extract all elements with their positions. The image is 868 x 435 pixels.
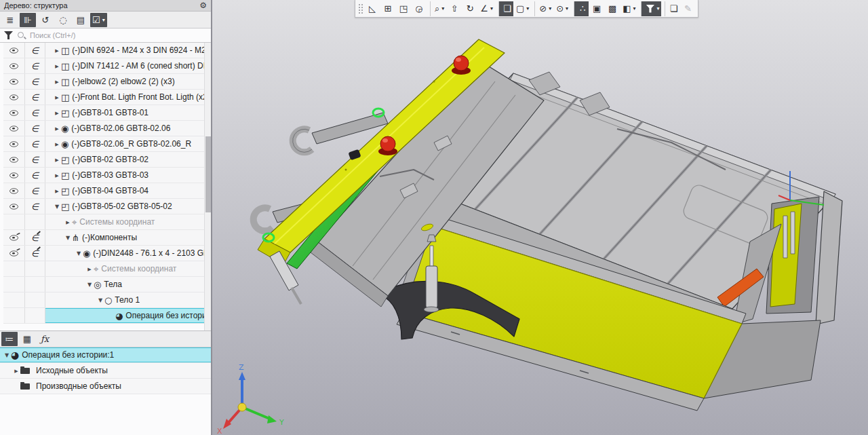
3d-viewport-canvas[interactable]: Z X Y — [212, 0, 868, 435]
inclusion-toggle[interactable] — [25, 58, 45, 73]
visibility-toggle[interactable] — [3, 246, 25, 261]
tree-row[interactable]: ◉ (-)DIN2448 - 76.1 x 4 - 2103 GBT8-05 — [3, 246, 211, 261]
tree-row[interactable]: ◉ (-)GBT8-02.06 GBT8-02.06 — [3, 121, 211, 136]
expand-arrow-icon[interactable] — [53, 172, 61, 178]
operation-tree-row[interactable]: Исходные объекты — [0, 363, 211, 379]
components-button[interactable]: ⊞ — [380, 1, 395, 16]
tree-row[interactable]: ⌖ Системы координат — [3, 261, 211, 277]
expand-arrow-icon[interactable] — [53, 157, 61, 163]
placement-button[interactable]: ◶ — [412, 1, 427, 16]
inclusion-toggle[interactable] — [25, 183, 45, 198]
tab-functions[interactable]: ƒx — [37, 332, 53, 346]
search-input[interactable] — [30, 31, 207, 39]
tree-row[interactable]: ◕ Операция без истории:1 — [3, 308, 211, 324]
visibility-toggle[interactable] — [3, 152, 25, 167]
tab-structure[interactable]: ≔ — [1, 332, 18, 346]
snap-button[interactable]: ∴ — [574, 1, 589, 16]
rotate-view-button[interactable]: ↻ — [462, 1, 477, 16]
expand-arrow-icon[interactable] — [3, 352, 11, 358]
expand-arrow-icon[interactable] — [96, 297, 104, 303]
expand-arrow-icon[interactable] — [85, 282, 94, 288]
inclusion-toggle[interactable] — [25, 105, 45, 120]
inclusion-toggle[interactable] — [25, 292, 45, 307]
inclusion-toggle[interactable] — [25, 214, 45, 229]
visibility-toggle[interactable] — [3, 43, 25, 58]
filter-button[interactable] — [641, 1, 661, 16]
tree-row[interactable]: ◎ Тела — [3, 277, 211, 292]
visibility-toggle[interactable] — [3, 74, 25, 89]
clip-view-button[interactable]: ⊙ — [554, 1, 570, 16]
visibility-toggle[interactable] — [3, 277, 25, 292]
visibility-toggle[interactable] — [3, 292, 25, 307]
tree-row[interactable]: ◰ (-)GBT8-05-02 GBT8-05-02 — [3, 199, 211, 214]
create-part-button[interactable]: ◳ — [396, 1, 411, 16]
visibility-toggle[interactable] — [3, 214, 25, 229]
inclusion-toggle[interactable] — [25, 277, 45, 292]
ghost-view-button[interactable]: ◌ — [55, 13, 71, 27]
relations-view-button[interactable]: ↺ — [37, 13, 54, 27]
expand-arrow-icon[interactable] — [64, 235, 72, 241]
expand-arrow-icon[interactable] — [53, 63, 61, 69]
section-box-button[interactable]: ▣ — [589, 1, 604, 16]
tree-row[interactable]: ◫ (-)DIN 6924 - M24 x 3 DIN 6924 - M24 x… — [3, 43, 211, 58]
tree-row[interactable]: ◰ (-)GBT8-04 GBT8-04 — [3, 183, 211, 199]
operation-tree-row[interactable]: ◕ Операция без истории:1 — [0, 347, 211, 363]
expand-arrow-icon[interactable] — [75, 250, 83, 257]
visibility-toggle[interactable] — [3, 261, 25, 276]
visibility-toggle[interactable] — [3, 136, 25, 151]
expand-arrow-icon[interactable] — [64, 219, 72, 225]
visibility-toggle[interactable] — [3, 168, 25, 183]
filter-icon[interactable] — [4, 31, 13, 39]
inclusion-toggle[interactable] — [25, 308, 45, 323]
expand-arrow-icon[interactable] — [53, 126, 61, 132]
visibility-toggle[interactable] — [3, 105, 25, 120]
tree-row[interactable]: ◰ (-)GBT8-02 GBT8-02 — [3, 152, 211, 168]
expand-arrow-icon[interactable] — [12, 368, 20, 374]
tree-row[interactable]: ◫ (-)elbow2 (2) elbow2 (2) (x3) — [3, 74, 211, 90]
tree-row[interactable]: ◫ (-)Front Bot. Ligth Front Bot. Ligth (… — [3, 90, 211, 105]
tree-row[interactable]: ◰ (-)GBT8-01 GBT8-01 — [3, 105, 211, 121]
expand-arrow-icon[interactable] — [53, 48, 61, 54]
tree-row[interactable]: ◰ (-)GBT8-03 GBT8-03 — [3, 168, 211, 183]
inclusion-toggle[interactable] — [25, 199, 45, 214]
hide-objects-button[interactable]: ⊘ — [534, 1, 553, 16]
appearance-box-button[interactable]: ▩ — [605, 1, 620, 16]
orient-view-button[interactable]: ⇧ — [447, 1, 462, 16]
inclusion-toggle[interactable] — [25, 246, 45, 261]
visibility-toggle[interactable] — [3, 58, 25, 73]
tab-parameters[interactable]: ▦ — [19, 332, 35, 346]
layers-view-button[interactable]: ▤ — [73, 13, 89, 27]
inclusion-toggle[interactable] — [25, 261, 45, 276]
tree-scrollbar[interactable] — [204, 43, 211, 330]
visibility-toggle[interactable] — [3, 121, 25, 136]
zoom-tools-button[interactable]: ⌕ — [430, 1, 446, 16]
inclusion-toggle[interactable] — [25, 121, 45, 136]
visibility-toggle[interactable] — [3, 183, 25, 198]
expand-arrow-icon[interactable] — [53, 79, 61, 85]
expand-arrow-icon[interactable] — [53, 110, 61, 116]
expand-arrow-icon[interactable] — [53, 94, 61, 100]
tree-row[interactable]: ○ Тело 1 — [3, 292, 211, 308]
gear-icon[interactable]: ⚙ — [199, 1, 207, 10]
profile-button[interactable]: ◺ — [365, 1, 380, 16]
expand-arrow-icon[interactable] — [85, 266, 94, 272]
visibility-toggle[interactable] — [3, 230, 25, 245]
visibility-toggle[interactable] — [3, 308, 25, 323]
expand-arrow-icon[interactable] — [53, 188, 61, 194]
hierarchy-view-button[interactable]: ⊪ — [20, 13, 36, 27]
display-filter-button[interactable]: ☑ — [90, 13, 107, 27]
orientation-triad-button[interactable]: ∠ — [478, 1, 495, 16]
shaded-view-button[interactable]: ❑ — [498, 1, 513, 16]
tree-row[interactable]: ⋔ (-)Компоненты — [3, 230, 211, 246]
inclusion-toggle[interactable] — [25, 152, 45, 167]
workspace-button[interactable]: ❏ — [665, 1, 679, 16]
annotation-button[interactable]: ✎ — [680, 1, 695, 16]
inclusion-toggle[interactable] — [25, 230, 45, 245]
paint-button[interactable]: ◧ — [620, 1, 637, 16]
structure-list-button[interactable]: ≣ — [2, 13, 18, 27]
inclusion-toggle[interactable] — [25, 168, 45, 183]
toolbar-drag-handle[interactable] — [358, 3, 364, 14]
operation-tree-row[interactable]: Производные объекты — [0, 379, 211, 394]
inclusion-toggle[interactable] — [25, 136, 45, 151]
tree-scrollbar-thumb[interactable] — [205, 136, 211, 212]
